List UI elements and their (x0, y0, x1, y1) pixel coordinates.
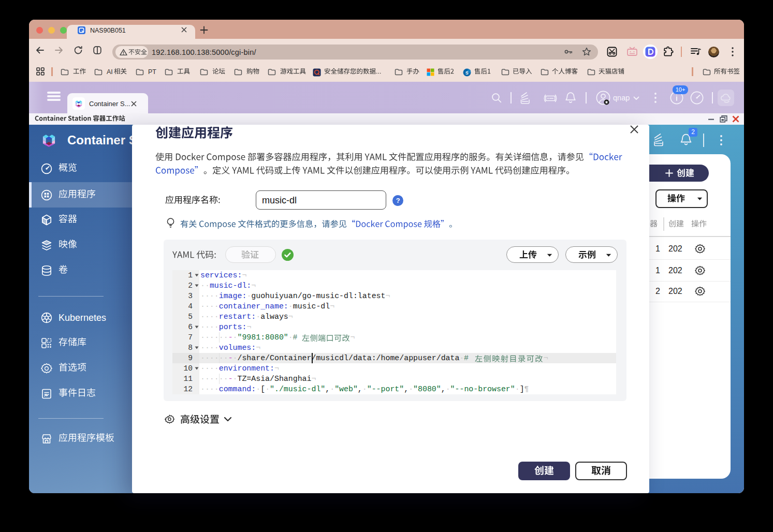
svg-text:S: S (465, 70, 469, 76)
svg-text:?: ? (396, 197, 400, 204)
